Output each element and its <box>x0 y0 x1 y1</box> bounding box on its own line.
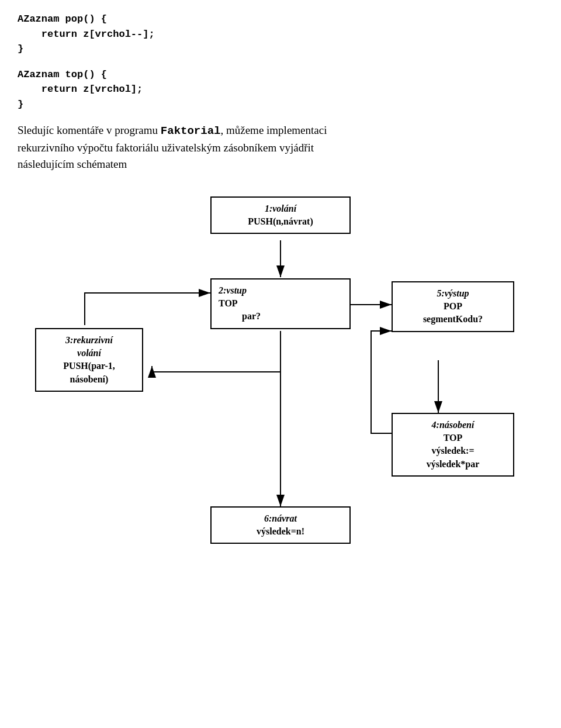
box3-content: PUSH(par-1,násobení) <box>43 360 135 386</box>
diagram: 1:volání PUSH(n,návrat) 2:vstup TOP par?… <box>18 191 543 553</box>
box1-label: 1:volání <box>219 202 342 215</box>
code-block-2: AZaznam top() { return z[vrchol]; } <box>18 67 543 112</box>
prose-text4: následujícím schématem <box>18 158 127 170</box>
box2-label: 2:vstup <box>219 285 247 295</box>
prose-text: Sledujíc komentáře v programu Faktorial,… <box>18 122 543 173</box>
box3-label: 3:rekurzivnívolání <box>43 334 135 360</box>
box-3-rekurzivni: 3:rekurzivnívolání PUSH(par-1,násobení) <box>35 328 143 392</box>
box6-label: 6:návrat <box>219 512 342 525</box>
box1-content: PUSH(n,návrat) <box>219 215 342 228</box>
box-2-vstup: 2:vstup TOP par? <box>210 278 351 329</box>
code-block-1: AZaznam pop() { return z[vrchol--]; } <box>18 12 543 57</box>
prose-text2: , můžeme implementaci <box>220 124 327 136</box>
box2-content-par: par? <box>219 311 261 321</box>
box6-content: výsledek=n! <box>219 525 342 538</box>
box5-content: POPsegmentKodu? <box>400 300 506 326</box>
box-6-navrat: 6:návrat výsledek=n! <box>210 506 351 544</box>
box-5-vystup: 5:výstup POPsegmentKodu? <box>392 281 514 332</box>
box4-content: TOPvýsledek:=výsledek*par <box>400 432 506 471</box>
prose-bold: Faktorial <box>161 125 221 137</box>
box-4-nasobeni: 4:násobení TOPvýsledek:=výsledek*par <box>392 413 514 477</box>
box4-label: 4:násobení <box>400 419 506 432</box>
prose-text3: rekurzivního výpočtu faktoriálu uživatel… <box>18 142 314 154</box>
box-1-volani: 1:volání PUSH(n,návrat) <box>210 196 351 234</box>
box5-label: 5:výstup <box>400 287 506 300</box>
box2-content-top: TOP <box>219 298 238 308</box>
prose-text1: Sledujíc komentáře v programu <box>18 124 161 136</box>
